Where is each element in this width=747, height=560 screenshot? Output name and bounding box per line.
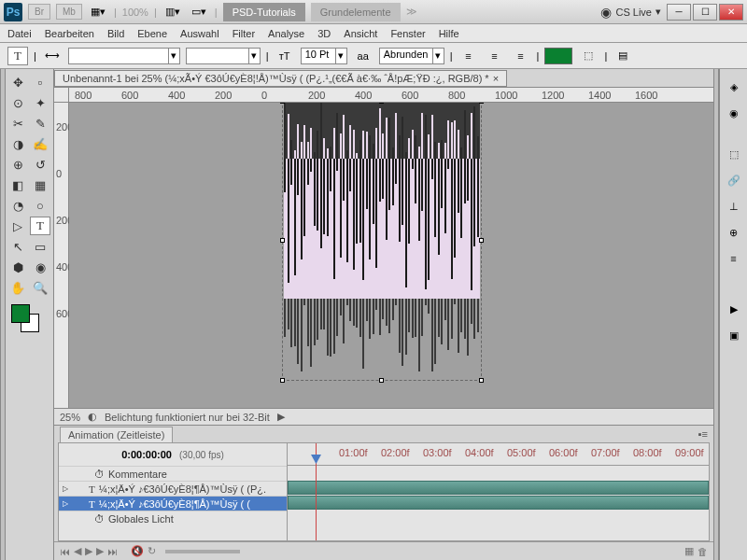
shape-tool[interactable]: ▭	[30, 237, 50, 256]
cslive-button[interactable]: ◉CS Live▾	[600, 5, 661, 20]
canvas-viewport[interactable]	[69, 103, 713, 408]
eyedrop-tool[interactable]: ✎	[30, 114, 50, 133]
dodge-tool[interactable]: ○	[30, 196, 50, 215]
screen-icon[interactable]: ▭▾	[189, 2, 209, 22]
warp-icon[interactable]: ⬚	[578, 46, 599, 66]
links-icon[interactable]: 🔗	[724, 170, 744, 190]
tool-preset[interactable]: T	[7, 47, 28, 65]
timeline-area[interactable]: 01:00f02:00f03:00f04:00f05:00f06:00f07:0…	[288, 443, 709, 540]
eraser-tool[interactable]: ◧	[7, 175, 28, 194]
document-tabs: Unbenannt-1 bei 25% (¼;xÃ•Ý €3ôÚ€yÈ8¦!Å)…	[54, 69, 713, 88]
menu-ansicht[interactable]: Ansicht	[344, 28, 377, 39]
stack-icon[interactable]: ≡	[724, 248, 744, 269]
clip-layer-2[interactable]	[288, 496, 709, 510]
font-family-select[interactable]: ▾	[68, 48, 180, 64]
view-icon[interactable]: ▥▾	[162, 2, 183, 22]
orientation-icon[interactable]: ⟷	[42, 46, 63, 66]
more-icon[interactable]: ≫	[406, 6, 417, 18]
playhead[interactable]	[316, 443, 317, 540]
zoom-slider[interactable]	[165, 550, 240, 553]
close-tab-icon[interactable]: ×	[493, 73, 499, 84]
media-icon[interactable]: ▣	[724, 325, 744, 345]
ruler-horizontal[interactable]: 8006004002000200400600800100012001400160…	[69, 88, 713, 103]
zoom-level[interactable]: 100%	[122, 7, 148, 18]
status-text: Belichtung funktioniert nur bei 32-Bit	[105, 412, 270, 423]
panel-menu-icon[interactable]: ▪≡	[698, 428, 708, 440]
path-tool[interactable]: ↖	[7, 237, 28, 256]
menu-fenster[interactable]: Fenster	[390, 28, 425, 39]
minibridge-button[interactable]: Mb	[56, 4, 82, 20]
prev-icon[interactable]: ◀	[74, 545, 81, 557]
ruler-vertical[interactable]: 2000200400600	[54, 103, 69, 408]
document-tab[interactable]: Unbenannt-1 bei 25% (¼;xÃ•Ý €3ôÚ€yÈ8¦!Å)…	[54, 70, 507, 87]
type-tool[interactable]: T	[30, 217, 50, 235]
align-center-icon[interactable]: ≡	[485, 46, 505, 66]
brush-tool[interactable]: ✍	[30, 134, 50, 153]
layers-icon[interactable]: ◈	[724, 77, 744, 97]
wand-tool[interactable]: ✦	[30, 93, 50, 112]
workspace-tab-grund[interactable]: Grundelemente	[311, 3, 401, 21]
zoom-readout[interactable]: 25%	[60, 412, 80, 423]
maximize-button[interactable]: ☐	[693, 4, 717, 21]
menu-bild[interactable]: Bild	[107, 28, 124, 39]
play-panel-icon[interactable]: ▶	[724, 299, 744, 319]
menu-hilfe[interactable]: Hilfe	[439, 28, 459, 39]
node-icon[interactable]: ⊕	[724, 222, 744, 243]
gradient-tool[interactable]: ▦	[30, 175, 50, 194]
zoom-tool[interactable]: 🔍	[30, 278, 50, 297]
blur-tool[interactable]: ◔	[7, 196, 28, 215]
end-icon[interactable]: ⏭	[107, 546, 118, 557]
audio-icon[interactable]: 🔇	[131, 545, 144, 557]
hand-tool[interactable]: ✋	[7, 278, 28, 297]
play-icon[interactable]: ▶	[85, 545, 92, 557]
history-tool[interactable]: ↺	[30, 155, 50, 174]
menu-filter[interactable]: Filter	[233, 28, 255, 39]
move-tool[interactable]: ✥	[7, 73, 28, 91]
next-icon[interactable]: ▶	[96, 545, 104, 557]
menu-datei[interactable]: Datei	[7, 28, 32, 39]
align-left-icon[interactable]: ≡	[458, 46, 479, 66]
close-button[interactable]: ✕	[719, 4, 743, 21]
rewind-icon[interactable]: ⏮	[60, 546, 70, 557]
3d-tool[interactable]: ⬢	[7, 258, 28, 276]
workspace-tab-tutorials[interactable]: PSD-Tutorials	[223, 3, 305, 21]
tree-icon[interactable]: ⊥	[724, 196, 744, 217]
antialias-select[interactable]: Abrunden▾	[379, 48, 444, 64]
menu-3d[interactable]: 3D	[317, 28, 331, 39]
font-size-select[interactable]: 10 Pt▾	[301, 48, 347, 64]
selection-box[interactable]	[282, 103, 482, 381]
menu-auswahl[interactable]: Auswahl	[180, 28, 219, 39]
clip-layer-1[interactable]	[288, 481, 709, 495]
font-style-select[interactable]: ▾	[186, 48, 261, 64]
loop-icon[interactable]: ↻	[148, 545, 156, 557]
color-icon[interactable]: ◉	[724, 103, 744, 123]
color-swatches[interactable]	[7, 304, 51, 332]
track-layer-1[interactable]: ▷T¼;x¦Ä•Ý ♪€3ôÚ€yÈ8¦¶Å)™Ùsÿ ( (P¿.	[59, 481, 287, 496]
menu-ebene[interactable]: Ebene	[137, 28, 167, 39]
lasso-tool[interactable]: ⊙	[7, 93, 28, 112]
layout-icon[interactable]: ▦▾	[88, 2, 108, 22]
marquee-tool[interactable]: ▫	[30, 73, 50, 91]
text-color-swatch[interactable]	[544, 48, 572, 64]
camera-tool[interactable]: ◉	[30, 258, 50, 276]
convert-icon[interactable]: ▦	[684, 545, 694, 557]
transform-icon[interactable]: ⬚	[724, 144, 744, 164]
stamp-tool[interactable]: ⊕	[7, 155, 28, 174]
delete-icon[interactable]: 🗑	[698, 546, 708, 557]
menubar: Datei Bearbeiten Bild Ebene Auswahl Filt…	[0, 24, 747, 43]
bridge-button[interactable]: Br	[28, 4, 50, 20]
time-ruler[interactable]: 01:00f02:00f03:00f04:00f05:00f06:00f07:0…	[288, 443, 709, 466]
minimize-button[interactable]: ─	[667, 4, 691, 21]
align-right-icon[interactable]: ≡	[511, 46, 531, 66]
heal-tool[interactable]: ◑	[7, 134, 28, 153]
menu-bearbeiten[interactable]: Bearbeiten	[45, 28, 94, 39]
track-comments[interactable]: ⏱Kommentare	[59, 466, 287, 481]
timecode[interactable]: 0:00:00:00(30,00 fps)	[59, 443, 287, 466]
track-global-light[interactable]: ⏱Globales Licht	[59, 511, 287, 525]
track-layer-2[interactable]: ▷T¼;x¦Ä•Ý ♪€3ôÚ€yÈ8¦¶Å)™Ùsÿ ( (	[59, 496, 287, 511]
animation-tab[interactable]: Animation (Zeitleiste)	[60, 427, 173, 442]
paragraph-icon[interactable]: ▤	[613, 46, 633, 66]
menu-analyse[interactable]: Analyse	[268, 28, 304, 39]
crop-tool[interactable]: ✂	[7, 114, 28, 133]
pen-tool[interactable]: ▷	[7, 217, 28, 235]
